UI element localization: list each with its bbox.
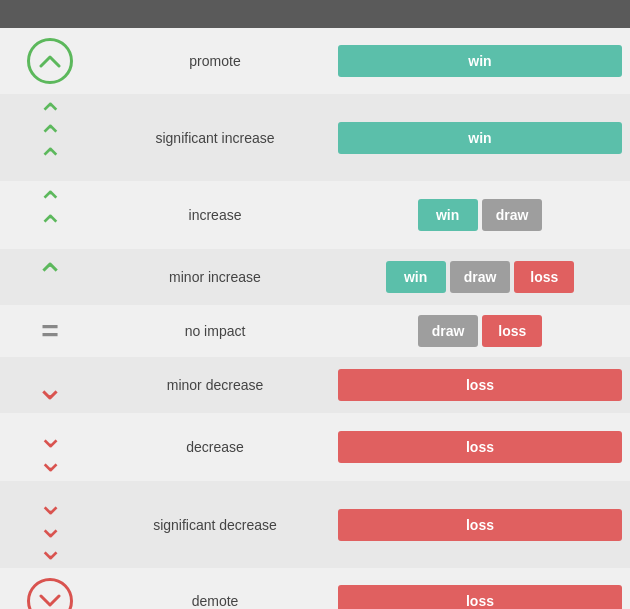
equals-icon: = bbox=[41, 316, 59, 346]
outcome-badge-win: win bbox=[418, 199, 478, 231]
single-up-icon: ⌃ bbox=[35, 259, 65, 295]
outcome-cell-significant-decrease: loss bbox=[330, 481, 630, 568]
impact-cell-minor-increase: minor increase bbox=[100, 249, 330, 305]
triple-up-icon: ⌃ ⌃ ⌃ bbox=[37, 104, 64, 171]
icon-cell-promote bbox=[0, 28, 100, 94]
impact-cell-no-impact: no impact bbox=[100, 305, 330, 357]
outcome-badge-loss-full: loss bbox=[338, 585, 622, 609]
outcome-badge-loss: loss bbox=[514, 261, 574, 293]
icon-cell-minor-increase: ⌃ bbox=[0, 249, 100, 305]
impact-cell-minor-decrease: minor decrease bbox=[100, 357, 330, 413]
table-header bbox=[0, 0, 630, 28]
icon-cell-decrease: ⌃ ⌃ bbox=[0, 413, 100, 481]
outcome-cell-demote: loss bbox=[330, 568, 630, 609]
icon-cell-increase: ⌃ ⌃ bbox=[0, 181, 100, 249]
rank-impact-table: promote win ⌃ ⌃ ⌃ significant increase w… bbox=[0, 0, 630, 609]
outcome-badge-draw: draw bbox=[450, 261, 511, 293]
outcome-cell-minor-decrease: loss bbox=[330, 357, 630, 413]
table-row-decrease: ⌃ ⌃ decrease loss bbox=[0, 413, 630, 481]
outcome-cell-significant-increase: win bbox=[330, 94, 630, 181]
impact-cell-significant-decrease: significant decrease bbox=[100, 481, 330, 568]
impact-cell-increase: increase bbox=[100, 181, 330, 249]
outcome-cell-decrease: loss bbox=[330, 413, 630, 481]
single-down-icon: ⌃ bbox=[35, 367, 65, 403]
double-up-icon: ⌃ ⌃ bbox=[37, 191, 64, 239]
table-row-increase: ⌃ ⌃ increase windraw bbox=[0, 181, 630, 249]
outcome-cell-promote: win bbox=[330, 28, 630, 94]
outcome-badge-win-full: win bbox=[338, 122, 622, 154]
icon-cell-significant-increase: ⌃ ⌃ ⌃ bbox=[0, 94, 100, 181]
icon-cell-significant-decrease: ⌃ ⌃ ⌃ bbox=[0, 481, 100, 568]
header-outcome bbox=[330, 0, 630, 28]
promote-icon bbox=[27, 38, 73, 84]
table-row-minor-increase: ⌃ minor increase windrawloss bbox=[0, 249, 630, 305]
table-row-promote: promote win bbox=[0, 28, 630, 94]
outcome-badge-draw: draw bbox=[482, 199, 543, 231]
header-icon bbox=[0, 0, 100, 28]
outcome-cell-no-impact: drawloss bbox=[330, 305, 630, 357]
outcome-badge-win-full: win bbox=[338, 45, 622, 77]
outcome-badge-loss-full: loss bbox=[338, 369, 622, 401]
table-row-demote: demote loss bbox=[0, 568, 630, 609]
outcome-badge-draw: draw bbox=[418, 315, 479, 347]
outcome-badge-win: win bbox=[386, 261, 446, 293]
outcome-badge-loss-full: loss bbox=[338, 431, 622, 463]
impact-cell-demote: demote bbox=[100, 568, 330, 609]
double-down-icon: ⌃ ⌃ bbox=[37, 423, 64, 471]
demote-icon bbox=[27, 578, 73, 609]
impact-cell-significant-increase: significant increase bbox=[100, 94, 330, 181]
table-row-minor-decrease: ⌃ minor decrease loss bbox=[0, 357, 630, 413]
outcome-badge-loss: loss bbox=[482, 315, 542, 347]
icon-cell-no-impact: = bbox=[0, 305, 100, 357]
header-impact bbox=[100, 0, 330, 28]
table-row-no-impact: = no impact drawloss bbox=[0, 305, 630, 357]
table-row-significant-increase: ⌃ ⌃ ⌃ significant increase win bbox=[0, 94, 630, 181]
icon-cell-demote bbox=[0, 568, 100, 609]
impact-cell-promote: promote bbox=[100, 28, 330, 94]
outcome-cell-minor-increase: windrawloss bbox=[330, 249, 630, 305]
impact-cell-decrease: decrease bbox=[100, 413, 330, 481]
outcome-badge-loss-full: loss bbox=[338, 509, 622, 541]
outcome-cell-increase: windraw bbox=[330, 181, 630, 249]
table-row-significant-decrease: ⌃ ⌃ ⌃ significant decrease loss bbox=[0, 481, 630, 568]
icon-cell-minor-decrease: ⌃ bbox=[0, 357, 100, 413]
triple-down-icon: ⌃ ⌃ ⌃ bbox=[37, 491, 64, 558]
